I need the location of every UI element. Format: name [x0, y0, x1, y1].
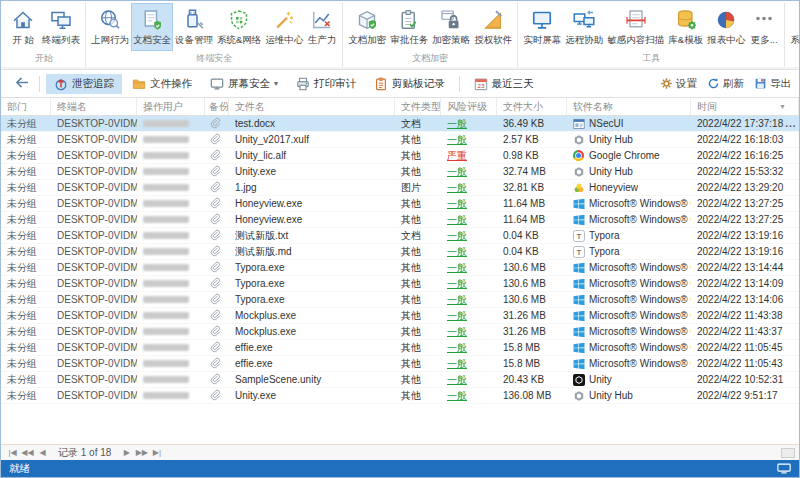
app-name: Microsoft® Windows® Oper... — [589, 198, 691, 209]
risk-badge[interactable]: 一般 — [447, 293, 467, 307]
backup-cell — [205, 180, 229, 195]
risk-badge[interactable]: 一般 — [447, 357, 467, 371]
filter-dropdown-icon[interactable]: ▼ — [779, 103, 786, 110]
column-header[interactable]: 软件名称 — [567, 98, 691, 115]
table-row[interactable]: 未分组DESKTOP-0VIDMDJUnity.exe其他一般136.08 MB… — [1, 388, 799, 404]
risk-badge[interactable]: 一般 — [447, 373, 467, 387]
date-filter-button[interactable]: 23最近三天 — [466, 74, 542, 94]
table-row[interactable]: 未分组DESKTOP-0VIDMDJeffie.exe其他一般15.8 MBMi… — [1, 356, 799, 372]
ribbon-item-ruler[interactable]: 授权软件 — [472, 3, 514, 51]
risk-badge[interactable]: 一般 — [447, 309, 467, 323]
column-header[interactable]: 风险评级 — [441, 98, 497, 115]
pager-prev-page-button[interactable]: ◀◀ — [20, 448, 35, 457]
ribbon-item-shield[interactable]: 系统&网络 — [215, 3, 263, 51]
table-row[interactable]: 未分组DESKTOP-0VIDMDJeffie.exe其他一般15.8 MBMi… — [1, 340, 799, 356]
risk-badge[interactable]: 一般 — [447, 389, 467, 403]
export-button[interactable]: 导出 — [754, 77, 791, 91]
toolbar-button-label: 打印审计 — [314, 77, 356, 91]
column-header[interactable]: 备份 — [205, 98, 229, 115]
table-row[interactable]: 未分组DESKTOP-0VIDMDJTypora.exe其他一般130.6 MB… — [1, 260, 799, 276]
risk-badge[interactable]: 一般 — [447, 213, 467, 227]
ribbon-item-label: 生产力 — [308, 34, 337, 47]
ribbon-item-lock[interactable]: 加密策略 — [430, 3, 472, 51]
risk-badge[interactable]: 一般 — [447, 133, 467, 147]
table-row[interactable]: 未分组DESKTOP-0VIDMDJTypora.exe其他一般130.6 MB… — [1, 276, 799, 292]
toolbar-button-clip-record[interactable]: 剪贴板记录 — [366, 74, 453, 94]
risk-badge[interactable]: 一般 — [447, 181, 467, 195]
file-name-cell: 测试新版.md — [229, 244, 395, 259]
back-button[interactable] — [9, 74, 33, 94]
risk-badge[interactable]: 一般 — [447, 165, 467, 179]
ribbon-item-wand[interactable]: 运维中心 — [263, 3, 305, 51]
table-row[interactable]: 未分组DESKTOP-0VIDMDJHoneyview.exe其他一般11.64… — [1, 212, 799, 228]
column-header[interactable]: 文件大小 — [497, 98, 567, 115]
column-header[interactable]: 终端名 — [51, 98, 137, 115]
risk-badge[interactable]: 一般 — [447, 245, 467, 259]
risk-badge[interactable]: 一般 — [447, 261, 467, 275]
ribbon-item-remote[interactable]: 远程协助 — [563, 3, 605, 51]
monitor-icon — [530, 7, 555, 32]
table-row[interactable]: 未分组DESKTOP-0VIDMDJUnity.exe其他一般32.74 MBU… — [1, 164, 799, 180]
scrollbar-thumb[interactable] — [781, 448, 795, 458]
ribbon-item-device[interactable]: 设备管理 — [173, 3, 215, 51]
table-row[interactable]: 未分组DESKTOP-0VIDMDJMockplus.exe其他一般31.26 … — [1, 308, 799, 324]
time-value: 2022/4/22 13:14:44 — [697, 262, 783, 273]
ribbon-item-box-shield[interactable]: 文档加密 — [346, 3, 388, 51]
column-header[interactable]: 操作用户 — [137, 98, 205, 115]
ribbon-item-doc-shield[interactable]: 文档安全 — [131, 3, 173, 51]
table-row[interactable]: 未分组DESKTOP-0VIDMDJHoneyview.exe其他一般11.64… — [1, 196, 799, 212]
toolbar-button-trace[interactable]: 泄密追踪 — [46, 74, 122, 94]
ribbon-item-scan[interactable]: 敏感内容扫描 — [605, 3, 666, 51]
ribbon-item-pie[interactable]: 报表中心 — [705, 3, 747, 51]
file-size-cell: 11.64 MB — [497, 196, 567, 211]
pager-prev-button[interactable]: ◀ — [35, 448, 50, 457]
file-type-cell: 其他 — [395, 388, 441, 403]
column-header[interactable]: 时间▼ — [691, 98, 799, 115]
column-header[interactable]: 文件名 — [229, 98, 395, 115]
risk-badge[interactable]: 一般 — [447, 197, 467, 211]
pager-next-page-button[interactable]: ▶▶ — [134, 448, 149, 457]
table-row[interactable]: 未分组DESKTOP-0VIDMDJ测试新版.md其他一般0.04 KBTTyp… — [1, 244, 799, 260]
risk-badge[interactable]: 一般 — [447, 325, 467, 339]
pager-next-button[interactable]: ▶ — [119, 448, 134, 457]
column-header[interactable]: 部门 — [1, 98, 51, 115]
row-more-button[interactable]: ... — [783, 118, 798, 129]
risk-badge[interactable]: 一般 — [447, 117, 467, 131]
column-header[interactable]: 文件类型 — [395, 98, 441, 115]
ribbon-item-gear[interactable]: 系统设置 — [788, 3, 800, 51]
risk-badge[interactable]: 严重 — [447, 149, 467, 163]
settings-button[interactable]: 设置 — [660, 77, 697, 91]
toolbar-button-screen[interactable]: 屏幕安全▾ — [202, 74, 286, 94]
ribbon-item-home[interactable]: 开 始 — [6, 3, 40, 51]
time-value: 2022/4/22 13:29:20 — [697, 182, 783, 193]
risk-badge[interactable]: 一般 — [447, 341, 467, 355]
table-row[interactable]: 未分组DESKTOP-0VIDMDJUnity_v2017.xulf其他一般2.… — [1, 132, 799, 148]
ribbon-item-chart[interactable]: 生产力 — [305, 3, 339, 51]
table-row[interactable]: 未分组DESKTOP-0VIDMDJTypora.exe其他一般130.6 MB… — [1, 292, 799, 308]
table-row[interactable]: 未分组DESKTOP-0VIDMDJtest.docx文档一般36.49 KBN… — [1, 116, 799, 132]
table-row[interactable]: 未分组DESKTOP-0VIDMDJUnity_lic.alf其他严重0.98 … — [1, 148, 799, 164]
ribbon-item-clipboard[interactable]: 审批任务 — [388, 3, 430, 51]
table-row[interactable]: 未分组DESKTOP-0VIDMDJ1.jpg图片一般32.81 KBHoney… — [1, 180, 799, 196]
ribbon-item-terminals[interactable]: 终端列表 — [40, 3, 82, 51]
refresh-button[interactable]: 刷新 — [707, 77, 744, 91]
pager-last-button[interactable]: ▶| — [149, 448, 164, 457]
paperclip-icon — [209, 309, 221, 323]
toolbar-button-printer[interactable]: 打印审计 — [288, 74, 364, 94]
table-row[interactable]: 未分组DESKTOP-0VIDMDJSampleScene.unity其他一般2… — [1, 372, 799, 388]
time-cell: 2022/4/22 13:19:16 — [691, 228, 799, 243]
table-row[interactable]: 未分组DESKTOP-0VIDMDJ测试新版.txt文档一般0.04 KBTTy… — [1, 228, 799, 244]
file-size-cell: 36.49 KB — [497, 116, 567, 131]
risk-badge[interactable]: 一般 — [447, 229, 467, 243]
risk-badge[interactable]: 一般 — [447, 277, 467, 291]
ribbon-item-globe[interactable]: 上网行为 — [89, 3, 131, 51]
ribbon-item-database[interactable]: 库&模板 — [666, 3, 705, 51]
ribbon-item-label: 设备管理 — [175, 34, 213, 47]
file-size-cell: 130.6 MB — [497, 260, 567, 275]
pager-first-button[interactable]: |◀ — [5, 448, 20, 457]
ribbon-item-more[interactable]: 更多... — [747, 3, 781, 51]
ribbon-item-monitor[interactable]: 实时屏幕 — [521, 3, 563, 51]
toolbar-button-folder[interactable]: 文件操作 — [124, 74, 200, 94]
file-type-cell: 其他 — [395, 132, 441, 147]
table-row[interactable]: 未分组DESKTOP-0VIDMDJMockplus.exe其他一般31.26 … — [1, 324, 799, 340]
